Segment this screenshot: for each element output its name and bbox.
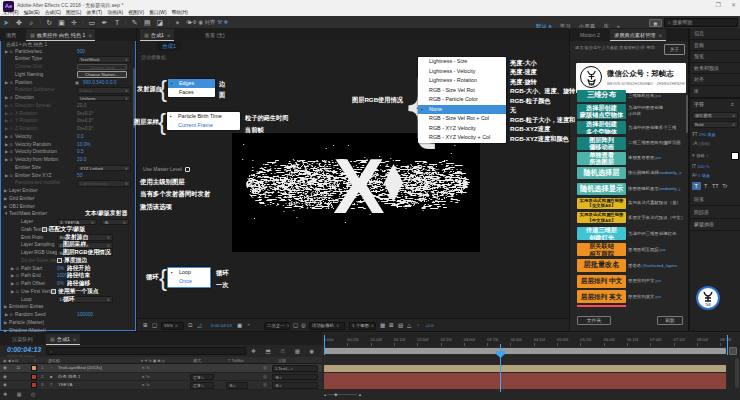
tab-蒙版插值[interactable]: 蒙版插值 — [694, 221, 714, 227]
timeline-toggle-icons[interactable]: ❖ ⬒ ☉ ▦ ◉ ∿ — [251, 347, 332, 356]
composition-viewport[interactable]: X — [232, 133, 480, 252]
effect-row-z-rotation[interactable]: ▶⊙Z Rotation0x+0.0° — [1, 125, 134, 133]
property-dropdown[interactable]: XYZ Linked∨ — [77, 165, 131, 171]
label-swatch[interactable] — [31, 382, 37, 388]
layer-switches[interactable]: ♦ ⁄ fx — [142, 373, 150, 382]
property-checkbox[interactable] — [57, 258, 62, 263]
faux-styles-row[interactable]: TTTTTr — [692, 182, 738, 190]
property-dropdown[interactable]: Uniform∨ — [77, 95, 131, 101]
tab-script[interactable]: 凌晨两点素材管理≡ — [610, 29, 666, 41]
expand-arrow-icon[interactable]: ▶ — [11, 265, 14, 273]
time-ruler[interactable]: 0:00s00:15f01:00f01:15f02:00f02:15f03:00… — [322, 334, 728, 346]
panel-menu-icon[interactable]: ≡ — [659, 32, 662, 38]
panel-menu-icon[interactable]: ≡ — [73, 336, 76, 342]
effect-row-grab-text-mask[interactable]: Grab Text/Mask匹配文字/蒙版 — [1, 226, 134, 234]
property-checkbox[interactable] — [42, 227, 47, 232]
expand-arrow-icon[interactable]: ▶ — [5, 48, 8, 56]
property-value[interactable]: 0% — [57, 280, 64, 288]
tab-段落[interactable]: 段落 — [694, 196, 704, 202]
group-arrow-icon[interactable]: ▼ — [4, 210, 8, 218]
effect-panel-scrollbar[interactable] — [133, 68, 135, 128]
script-button-2[interactable]: 选择层创建多个空物体 — [577, 121, 626, 134]
tab-音频[interactable]: 音频 — [694, 42, 704, 48]
effect-row-light-naming[interactable]: Light NamingChoose Names... — [1, 71, 134, 79]
tab-跟踪器[interactable]: 跟踪器 — [694, 209, 709, 215]
effect-row-velocity-distribution[interactable]: ▶⊙Velocity Distribution0.5 — [1, 148, 134, 156]
expand-arrow-icon[interactable]: ▶ — [11, 280, 14, 288]
grid-guides-icon[interactable]: ⊡ — [188, 322, 193, 328]
group-arrow-icon[interactable]: ▶ — [4, 187, 7, 195]
script-button-7[interactable]: 实用表达式和属性链接【英文版AE】 — [577, 198, 626, 209]
region-of-interest-icon[interactable]: ▢ — [293, 322, 298, 328]
timeline-bottom-toggles[interactable]: ❖ ▦ ◴ — [3, 391, 39, 398]
layer-row-2[interactable]: ◉2■白色 纯色 1♦ ⁄ fx正常 ∨◎无 ∨ — [0, 373, 322, 382]
effect-row-y-rotation[interactable]: ▶⊙Y Rotation0x+0.0° — [1, 117, 134, 125]
always-preview-icon[interactable]: ⊞ — [143, 322, 148, 328]
script-button-8[interactable]: 实用表达式和属性链接【中文版AE】 — [577, 212, 626, 223]
property-value[interactable]: 0x+0.0° — [77, 125, 93, 133]
cti-handle[interactable] — [496, 344, 505, 351]
effect-row-direction-spread[interactable]: ▶⊙Direction Spread20.0 — [1, 102, 134, 110]
group-arrow-icon[interactable]: ▶ — [4, 303, 7, 311]
timeline-scrollbar[interactable] — [735, 358, 739, 388]
script-button-4[interactable]: 单独查看所选图层 — [577, 152, 626, 165]
script-button-10[interactable]: 层关联结相互跟踪 — [577, 243, 626, 256]
parent-pickwhip-icon[interactable]: ◎ — [263, 381, 267, 390]
exposure-value[interactable]: +0.0 — [425, 323, 434, 328]
layer-duration-bar-1[interactable] — [324, 365, 726, 373]
script-button-12[interactable]: 层层排列 中文 — [577, 275, 626, 288]
tab-project[interactable]: 项目 — [2, 29, 20, 41]
group-arrow-icon[interactable]: ▶ — [4, 327, 7, 332]
script-button-1[interactable]: 选择层创建蒙版锚点空物体 — [577, 104, 626, 119]
label-swatch[interactable] — [31, 365, 37, 371]
workspace-overflow-button[interactable]: ▦ — [649, 19, 662, 27]
stopwatch-icon[interactable]: ⊙ — [16, 280, 20, 288]
panel-menu-icon[interactable]: ≡ — [167, 32, 170, 38]
effect-row-particles-sec[interactable]: ▶⊙Particles/sec500 — [1, 48, 134, 56]
view-3d-select[interactable]: 活动摄像机∨ — [309, 322, 345, 330]
timeline-zoom-slider[interactable]: ▴ ──◆────── ▲ — [324, 392, 362, 397]
tab-effect-controls[interactable]: ▦效果控件 白色 纯色 1≡ — [26, 29, 95, 41]
script-panel-scrollbar[interactable] — [686, 95, 688, 133]
mode-header[interactable]: 模式 — [193, 357, 201, 364]
group-arrow-icon[interactable]: ▶ — [4, 319, 7, 327]
stopwatch-icon[interactable]: ⊙ — [10, 156, 14, 164]
effect-row-grid-emitter[interactable]: ▶Grid Emitter — [1, 195, 134, 203]
menu-合成[interactable]: 合成(C) — [45, 10, 61, 15]
effect-row-stroke-noise-wiggle-[interactable]: Stroke Noise (wiggle)厚度描边 — [1, 257, 134, 265]
expand-arrow-icon[interactable]: ▶ — [5, 102, 8, 110]
effect-row-position-subframe[interactable]: Position SubframeLinear∨ — [1, 86, 134, 94]
effect-row-loop[interactable]: LoopLoop∨循环 — [1, 296, 134, 304]
property-value[interactable]: 960.0,540.0,0.0 — [83, 79, 116, 87]
tab-render-queue[interactable]: 渲染队列 — [8, 334, 37, 345]
pixel-aspect-icon[interactable]: ▦ — [380, 322, 385, 328]
effect-row-x-rotation[interactable]: ▶⊙X Rotation0x+0.0° — [1, 110, 134, 118]
comp-flowchart-icon[interactable]: △ — [407, 322, 411, 328]
property-value[interactable]: 100000 — [77, 311, 93, 319]
expand-arrow-icon[interactable]: ▶ — [5, 148, 8, 156]
parent-select[interactable]: 无 ∨ — [272, 382, 318, 389]
eye-icon[interactable]: ◉ — [3, 381, 7, 390]
effect-row-layer[interactable]: Layer3. YEEYA∨无∨ — [1, 218, 134, 226]
tab-timeline-comp[interactable]: ▦合成1≡ — [46, 334, 80, 345]
property-button[interactable]: Choose Names... — [77, 71, 127, 78]
stopwatch-icon[interactable]: ⊙ — [10, 133, 14, 141]
snapping-toggle[interactable]: ◉ 对齐 — [198, 19, 215, 25]
font-family-select[interactable]: 微软雅黑∨ — [692, 112, 738, 119]
property-dropdown[interactable]: Light Intensity∨ — [77, 180, 131, 186]
group-arrow-icon[interactable]: ▶ — [4, 203, 7, 211]
layer-name[interactable]: TextLayerBeat [2013s] — [58, 364, 102, 373]
resolution-select[interactable]: 二分之一∨ — [264, 322, 290, 330]
effect-row-particle-master-[interactable]: ▶Particle (Master) — [1, 319, 134, 327]
parent-header[interactable]: 父级 — [278, 357, 286, 364]
stopwatch-icon[interactable]: ⊙ — [16, 265, 20, 273]
baseline-row[interactable]: Aª0 像素 — [692, 172, 738, 179]
refresh-button[interactable]: 刷新 — [657, 316, 683, 325]
menu-视图[interactable]: 视图(V) — [128, 10, 144, 15]
zoom-select[interactable]: 55%∨ — [161, 322, 184, 330]
effect-row-layer-rgb-usage[interactable]: Layer RGB UsageNone∨图层RGB使用情况 — [1, 249, 134, 257]
stopwatch-icon[interactable]: ⊙ — [10, 94, 14, 102]
effect-row-emitter-type[interactable]: Emitter TypeText/Mask∨ — [1, 55, 134, 63]
expand-arrow-icon[interactable]: ▶ — [5, 79, 8, 87]
menu-文件[interactable]: 文件(F) — [3, 10, 19, 15]
